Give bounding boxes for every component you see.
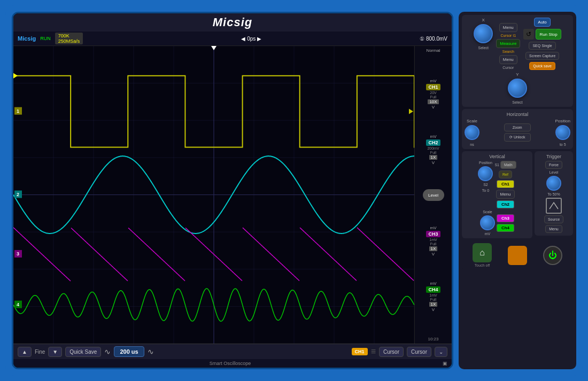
trigger-section: Trigger Force Level To 50% Source Menu [535,151,573,236]
x-select-label: Select [478,46,489,50]
zoom-btn[interactable]: Zoom [504,123,531,131]
math-btn[interactable]: Math [500,161,516,169]
to5-label: to 5 [560,143,566,146]
menu-btn2[interactable]: Menu [499,55,517,64]
trigger-menu-btn[interactable]: Menu [545,225,562,233]
normal-label: Normal [416,48,451,53]
quick-save-screen-btn[interactable]: Quick Save [65,347,101,357]
home-btn[interactable]: ⌂ [473,243,492,262]
home-icon: ⌂ [479,248,485,258]
scope-header: Micsig RUN 700K 250MSa/s ◀ 0ps ▶ ① 800.0… [13,32,452,46]
timebase-display: 700K 250MSa/s [55,33,83,44]
measure-btn[interactable]: Measure [496,39,520,48]
ns-label: ns [470,143,474,146]
ch4-ch-btn[interactable]: Ch4 [497,224,514,232]
screen-title: Micsig [13,13,452,32]
ch3-label: mV CH3 1mV Full 1X V [416,226,451,256]
h-position-group: Position to 5 [555,119,570,146]
home-group: ⌂ Touch off [473,243,492,267]
ch4-label: mV CH4 1mV Full 1X V [416,281,451,312]
run-stop-btn[interactable]: Run Stop [536,29,561,40]
canvas-wrapper: Normal mV CH1 20V Full 10X V mV CH2 2 [13,46,452,344]
waveform-area[interactable] [13,46,414,344]
right-btns: Auto ↺ Run Stop SEQ Single Screen Captur… [523,18,561,70]
xy-section: X Select Menu Cursor I1 Measure Search M… [462,15,573,107]
wave-icon2: ∿ [148,347,154,356]
v-btns: S1 Math Ref Ch1 Menu Ch2 [494,161,516,208]
y-row: Y Select [465,72,570,104]
v-s1-math: S1 Math [494,161,516,169]
horizontal-title: Horizontal [465,112,570,117]
trigger-inner: Force Level To 50% Source Menu [537,161,570,233]
menu-btn[interactable]: Menu [499,23,517,32]
menu-lines-icon: ≡ [371,347,376,356]
to50-label: To 50% [547,192,560,196]
v-scale-group: Scale mV [480,210,495,236]
sample-rate: 250MSa/s [58,38,80,44]
screen-toolbar: ▲ Fine ▼ Quick Save ∿ 200 us ∿ CH1 ≡ Cur… [13,344,452,359]
y-select-label: Select [512,100,522,104]
screen-capture-btn[interactable]: Screen Capture [525,52,559,60]
orange-btn[interactable] [508,246,527,265]
to0-label: To 0 [482,189,489,192]
power-icon: ⏻ [548,251,557,260]
control-panel: X Select Menu Cursor I1 Measure Search M… [459,12,576,369]
x-knob[interactable] [474,24,493,43]
scope-canvas [13,46,414,344]
ch2-ch-btn[interactable]: Ch2 [497,200,514,208]
ch1-ch-btn[interactable]: Ch1 [497,180,514,188]
vert-inner: Position S2 To 0 S1 Math Ref Ch1 Menu C [465,161,530,208]
unlock-btn[interactable]: ⟳ Unlock [504,133,531,142]
v-pos-group: Position S2 To 0 [478,161,493,192]
mv-label: mV [485,232,491,236]
screen-bottom: Smart Oscilloscope ▣ [13,359,452,368]
fine-down-btn[interactable]: ▼ [48,347,62,357]
h-position-knob[interactable] [555,125,570,140]
trigger-level-display: ① 800.0mV [420,36,447,42]
timebase-unit: us [131,348,138,355]
nav-bottom: ⌂ Touch off ⏻ [462,240,573,270]
fine-up-btn[interactable]: ▲ [18,347,32,357]
screen-area: Micsig Micsig RUN 700K 250MSa/s ◀ 0ps ▶ … [12,12,453,369]
seq-single-btn[interactable]: SEQ Single [529,42,555,50]
v-menu-btn[interactable]: Menu [496,190,514,199]
ch2-label: mV CH2 200mV Full 1X V [416,134,451,165]
vert-trig-row: Vertical Position S2 To 0 S1 Math Ref [462,151,573,238]
v-scale-label: Scale [483,210,492,214]
cursor-i1-label: Cursor I1 [500,34,516,37]
source-btn[interactable]: Source [544,215,563,223]
expand-btn[interactable]: ⌄ [435,347,447,357]
search-label: Search [502,50,514,53]
y-label: Y [516,72,519,77]
oscilloscope-frame: Micsig Micsig RUN 700K 250MSa/s ◀ 0ps ▶ … [5,5,583,376]
v-scale-knob[interactable] [480,215,495,230]
level-indicator: Level [416,189,451,201]
ch-indicator[interactable]: CH1 [352,348,368,355]
quick-save-btn[interactable]: Quick save [529,62,555,70]
time-offset-display: ◀ 0ps ▶ [87,36,415,42]
timebase-control[interactable]: 200 us [114,346,144,357]
timebase-top: 700K [58,33,80,38]
x-knob-group: X Select [474,18,493,50]
cursor1-btn[interactable]: Cursor [379,347,404,357]
channel-labels: Normal mV CH1 20V Full 10X V mV CH2 2 [414,46,452,344]
force-btn[interactable]: Force [545,161,562,169]
power-btn[interactable]: ⏻ [543,246,562,265]
y-knob[interactable] [508,79,527,98]
x-label: X [482,18,485,22]
s2-label: S2 [483,183,488,186]
trigger-shape-svg [548,201,559,210]
undo-btn[interactable]: ↺ [523,29,534,40]
horizontal-section: Horizontal Scale ns Zoom ⟳ Unlock Positi… [462,109,573,149]
h-scale-knob[interactable] [465,125,479,140]
level-btn[interactable]: Level [423,189,444,201]
page-icon: ▣ [443,361,447,366]
auto-btn[interactable]: Auto [534,18,550,27]
v-position-knob[interactable] [478,166,493,181]
trigger-level-knob[interactable] [546,176,561,191]
h-middle: Zoom ⟳ Unlock [482,123,553,142]
v-position-label: Position [479,161,492,165]
cursor2-btn[interactable]: Cursor [407,347,431,357]
ref-btn[interactable]: Ref [499,170,512,178]
ch3-ch-btn[interactable]: Ch3 [497,214,514,222]
